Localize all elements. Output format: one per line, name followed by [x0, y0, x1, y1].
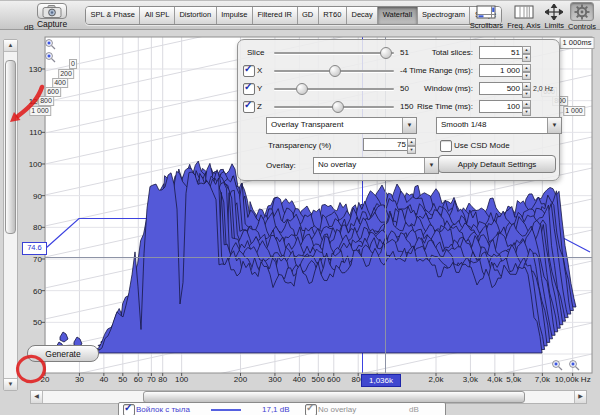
- overlay-select[interactable]: No overlay ▼: [313, 157, 439, 174]
- rise-time-ms-stepper[interactable]: ▲▼: [522, 100, 531, 113]
- use-csd-mode-checkbox[interactable]: [440, 140, 452, 152]
- transparency-label: Transparency (%): [268, 141, 331, 150]
- time-range-ms-label: Time Range (ms):: [386, 66, 473, 75]
- time-axis-title: 1 000ms: [560, 37, 595, 49]
- smoothing-select-value: Smooth 1/48: [441, 120, 486, 129]
- zoom-in-icon[interactable]: [568, 359, 580, 371]
- waterfall-controls-panel: Slice51X-4Y50Z150 Total slices:51▲▼Time …: [237, 39, 560, 181]
- time-tick-label: 0: [69, 59, 77, 69]
- window-resolution-readout: 2,0 Hz: [533, 85, 553, 92]
- cursor-db-readout: 74.6: [22, 242, 47, 255]
- spinner-row-total-slices: Total slices:51▲▼: [238, 46, 559, 60]
- chevron-down-icon[interactable]: ▼: [424, 158, 438, 173]
- mode-select[interactable]: Overlay Transparent ▼: [266, 117, 417, 134]
- mode-select-value: Overlay Transparent: [271, 120, 343, 129]
- chevron-down-icon[interactable]: ▼: [402, 118, 416, 133]
- overlay-select-value: No overlay: [318, 160, 356, 169]
- window-ms-stepper[interactable]: ▲▼: [522, 82, 531, 95]
- rew-waterfall-window: Capture SPL & PhaseAll SPLDistortionImpu…: [0, 0, 600, 415]
- spinner-row-rise-time-ms: Rise Time (ms):100▲▼: [238, 100, 559, 114]
- zoom-x-icon[interactable]: [44, 38, 56, 50]
- generate-button[interactable]: Generate: [27, 345, 99, 362]
- time-range-ms-stepper[interactable]: ▲▼: [522, 64, 531, 77]
- smoothing-select[interactable]: Smooth 1/48 ▼: [436, 117, 562, 134]
- transparency-field[interactable]: 75: [363, 138, 409, 151]
- time-range-ms-field[interactable]: 1 000: [479, 64, 523, 77]
- use-csd-mode-label: Use CSD Mode: [454, 141, 510, 150]
- time-tick-label: 1 000: [29, 106, 51, 116]
- spinner-row-window-ms: Window (ms):500▲▼: [238, 82, 559, 96]
- total-slices-stepper[interactable]: ▲▼: [522, 46, 531, 59]
- transparency-stepper[interactable]: ▲▼: [407, 138, 416, 151]
- cursor-frequency-readout: 1,036k: [361, 374, 401, 387]
- zoom-y-icon[interactable]: [44, 51, 56, 63]
- apply-default-settings-button[interactable]: Apply Default Settings: [438, 155, 556, 173]
- total-slices-label: Total slices:: [386, 48, 473, 57]
- overlay-label: Overlay:: [266, 161, 296, 170]
- time-tick-label: 1 000: [563, 106, 585, 116]
- chevron-down-icon[interactable]: ▼: [547, 118, 561, 133]
- time-tick-label: 800: [38, 96, 54, 106]
- spinner-row-time-range-ms: Time Range (ms):1 000▲▼: [238, 64, 559, 78]
- rise-time-ms-field[interactable]: 100: [479, 100, 523, 113]
- window-ms-label: Window (ms):: [386, 84, 473, 93]
- window-ms-field[interactable]: 500: [479, 82, 523, 95]
- zoom-out-icon[interactable]: [551, 359, 563, 371]
- total-slices-field[interactable]: 51: [479, 46, 523, 59]
- rise-time-ms-label: Rise Time (ms):: [386, 102, 473, 111]
